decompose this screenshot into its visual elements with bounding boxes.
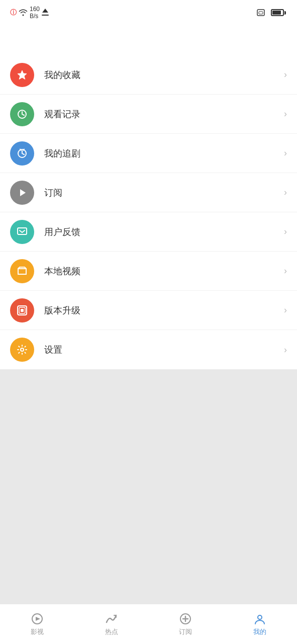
nav-mine-label: 我的	[253, 627, 266, 636]
signal-warning-icon: ⓘ	[10, 8, 17, 17]
menu-item-settings[interactable]: 设置›	[0, 330, 297, 369]
favorites-chevron: ›	[284, 69, 287, 80]
status-right	[257, 9, 289, 17]
nav-subscribe-label: 订阅	[179, 627, 192, 636]
battery-icon	[271, 9, 286, 16]
svg-marker-4	[18, 70, 27, 79]
nav-mine-icon	[253, 612, 266, 625]
wifi-icon	[19, 9, 28, 16]
favorites-label: 我的收藏	[44, 69, 284, 81]
localvideo-chevron: ›	[284, 266, 287, 276]
menu-item-feedback[interactable]: 用户反馈›	[0, 212, 297, 252]
settings-label: 设置	[44, 344, 284, 356]
status-left: ⓘ 160B/s	[8, 6, 49, 20]
localvideo-icon	[10, 259, 34, 283]
upgrade-chevron: ›	[284, 305, 287, 315]
settings-icon	[10, 338, 34, 362]
nav-item-video[interactable]: 影视	[0, 612, 74, 636]
bottom-nav: 影视热点订阅我的	[0, 604, 297, 644]
status-bar: ⓘ 160B/s	[0, 0, 297, 25]
followdrama-chevron: ›	[284, 148, 287, 158]
feedback-label: 用户反馈	[44, 226, 284, 238]
menu-item-localvideo[interactable]: 本地视频›	[0, 252, 297, 291]
menu-item-favorites[interactable]: 我的收藏›	[0, 55, 297, 95]
nav-video-icon	[31, 612, 44, 625]
svg-marker-16	[36, 617, 40, 621]
svg-marker-9	[20, 189, 26, 196]
feedback-chevron: ›	[284, 226, 287, 237]
nav-trending-icon	[105, 612, 118, 625]
nav-item-mine[interactable]: 我的	[223, 612, 297, 636]
menu-item-history[interactable]: 观看记录›	[0, 95, 297, 134]
svg-rect-3	[259, 12, 263, 14]
followdrama-label: 我的追剧	[44, 147, 284, 159]
menu-item-subscribe[interactable]: 订阅›	[0, 173, 297, 212]
subscribe-label: 订阅	[44, 187, 284, 199]
nav-item-subscribe[interactable]: 订阅	[149, 612, 223, 636]
svg-marker-1	[42, 9, 48, 13]
nav-item-trending[interactable]: 热点	[74, 612, 149, 636]
subscribe-icon	[10, 181, 34, 205]
header-spacer	[0, 25, 297, 55]
subscribe-chevron: ›	[284, 187, 287, 198]
history-chevron: ›	[284, 109, 287, 119]
gray-area	[0, 369, 297, 604]
upload-icon	[42, 9, 49, 17]
favorites-icon	[10, 63, 34, 87]
settings-chevron: ›	[284, 345, 287, 355]
followdrama-icon	[10, 141, 34, 166]
network-speed: 160B/s	[30, 6, 40, 20]
svg-rect-0	[42, 15, 49, 16]
upgrade-label: 版本升级	[44, 304, 284, 316]
svg-rect-10	[18, 228, 27, 234]
nav-video-label: 影视	[31, 627, 44, 636]
history-label: 观看记录	[44, 108, 284, 120]
menu-item-followdrama[interactable]: 我的追剧›	[0, 134, 297, 173]
localvideo-label: 本地视频	[44, 265, 284, 277]
upgrade-icon	[10, 298, 34, 323]
svg-rect-13	[21, 309, 24, 312]
nav-trending-label: 热点	[105, 627, 118, 636]
svg-point-20	[258, 615, 262, 619]
feedback-icon	[10, 220, 34, 244]
nav-subscribe-icon	[179, 612, 192, 625]
svg-point-14	[21, 348, 24, 351]
menu-list: 我的收藏›观看记录›我的追剧›订阅›用户反馈›本地视频›版本升级›设置›	[0, 55, 297, 369]
svg-rect-2	[257, 10, 264, 16]
sim-icon	[257, 9, 265, 17]
history-icon	[10, 102, 34, 126]
menu-item-upgrade[interactable]: 版本升级›	[0, 291, 297, 330]
